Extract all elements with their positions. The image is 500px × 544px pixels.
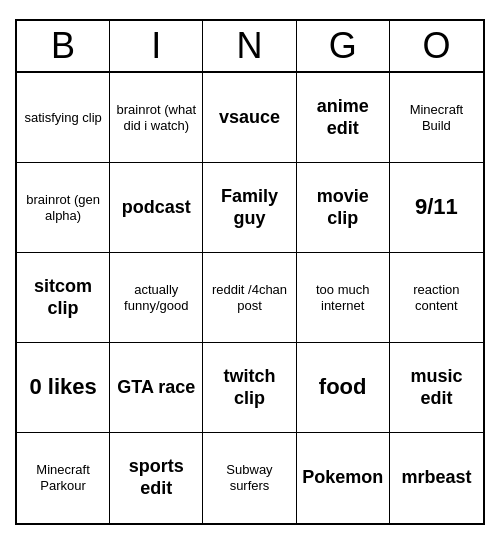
bingo-cell: Subway surfers [203, 433, 296, 523]
bingo-cell: 9/11 [390, 163, 483, 253]
bingo-header: BINGO [17, 21, 483, 73]
bingo-grid: satisfying clipbrainrot (what did i watc… [17, 73, 483, 523]
bingo-cell: reaction content [390, 253, 483, 343]
bingo-cell: reddit /4chan post [203, 253, 296, 343]
bingo-cell: brainrot (gen alpha) [17, 163, 110, 253]
bingo-cell: Minecraft Build [390, 73, 483, 163]
header-letter: I [110, 21, 203, 71]
bingo-cell: twitch clip [203, 343, 296, 433]
header-letter: G [297, 21, 390, 71]
bingo-cell: actually funny/good [110, 253, 203, 343]
bingo-cell: brainrot (what did i watch) [110, 73, 203, 163]
bingo-cell: Minecraft Parkour [17, 433, 110, 523]
bingo-cell: mrbeast [390, 433, 483, 523]
header-letter: B [17, 21, 110, 71]
bingo-cell: Pokemon [297, 433, 390, 523]
bingo-cell: podcast [110, 163, 203, 253]
bingo-cell: satisfying clip [17, 73, 110, 163]
bingo-cell: sitcom clip [17, 253, 110, 343]
bingo-cell: movie clip [297, 163, 390, 253]
bingo-cell: music edit [390, 343, 483, 433]
bingo-cell: sports edit [110, 433, 203, 523]
bingo-cell: vsauce [203, 73, 296, 163]
bingo-cell: 0 likes [17, 343, 110, 433]
header-letter: N [203, 21, 296, 71]
bingo-cell: too much internet [297, 253, 390, 343]
bingo-cell: anime edit [297, 73, 390, 163]
bingo-cell: GTA race [110, 343, 203, 433]
bingo-card: BINGO satisfying clipbrainrot (what did … [15, 19, 485, 525]
header-letter: O [390, 21, 483, 71]
bingo-cell: Family guy [203, 163, 296, 253]
bingo-cell: food [297, 343, 390, 433]
